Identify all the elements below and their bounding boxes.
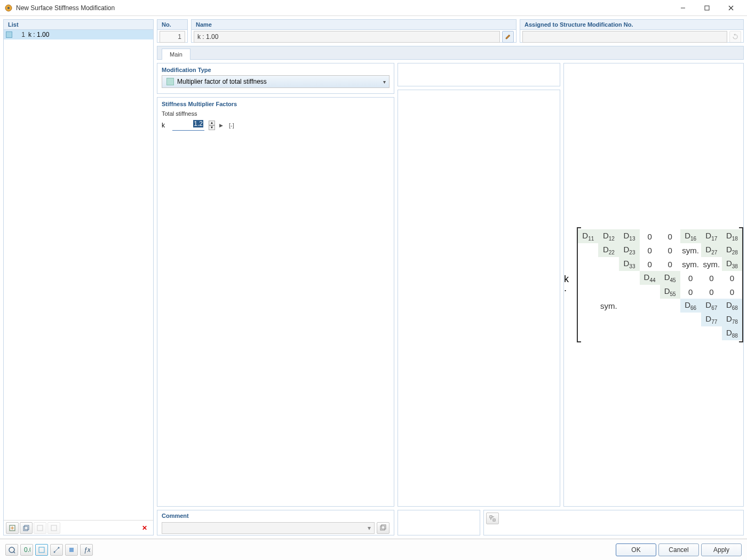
svg-line-23	[54, 548, 59, 552]
window-title: New Surface Stiffness Modification	[16, 4, 671, 12]
svg-rect-13	[380, 526, 385, 530]
k-spinner[interactable]: ▲▼	[209, 121, 215, 130]
comment-combo[interactable]: ▾	[162, 522, 375, 534]
modification-type-box: Modification Type Multiplier factor of t…	[157, 63, 394, 94]
svg-rect-9	[23, 526, 28, 531]
k-play-icon[interactable]: ▶	[219, 123, 225, 128]
modification-type-label: Modification Type	[162, 67, 390, 73]
number-label: No.	[157, 20, 187, 30]
list-item-label: k : 1.00	[28, 31, 49, 38]
list-header: List	[4, 20, 153, 30]
copy-item-button[interactable]	[20, 522, 33, 534]
name-label: Name	[192, 20, 516, 30]
empty-panel-top	[398, 63, 560, 86]
matrix-prefix: k ·	[564, 274, 574, 296]
list-item-marker-icon	[6, 31, 12, 38]
tab-main[interactable]: Main	[162, 49, 190, 60]
svg-point-25	[58, 547, 60, 548]
modification-type-value: Multiplier factor of total stiffness	[177, 78, 267, 85]
maximize-button[interactable]	[695, 0, 719, 16]
new-item-button[interactable]	[6, 522, 19, 534]
k-unit: [-]	[229, 122, 234, 129]
svg-rect-22	[39, 547, 44, 553]
units-button[interactable]: 0.00	[20, 544, 33, 556]
chevron-down-icon: ▾	[383, 79, 386, 85]
apply-button[interactable]: Apply	[701, 543, 742, 556]
svg-rect-11	[37, 525, 43, 531]
comment-label: Comment	[162, 513, 390, 519]
assigned-input[interactable]	[522, 31, 727, 43]
bottom-toolbar: 0.00 ƒx OK Cancel Apply	[0, 539, 747, 560]
comment-box: Comment ▾	[157, 510, 394, 535]
empty-panel-main	[398, 90, 560, 507]
list-item-number: 1	[14, 31, 25, 38]
app-icon	[4, 4, 13, 12]
number-input[interactable]	[160, 31, 185, 43]
comment-library-button[interactable]	[377, 522, 390, 534]
modification-type-combo[interactable]: Multiplier factor of total stiffness ▾	[162, 75, 390, 88]
svg-rect-15	[490, 516, 492, 518]
name-box: Name	[191, 19, 516, 43]
list-toolbar: ✕	[4, 520, 153, 535]
close-button[interactable]	[719, 0, 743, 16]
svg-rect-16	[493, 519, 495, 521]
preview-settings-button[interactable]	[486, 513, 499, 524]
svg-rect-10	[25, 525, 29, 530]
svg-point-1	[7, 7, 10, 9]
help-button[interactable]	[5, 544, 18, 556]
comment-empty-2	[483, 510, 744, 535]
name-input[interactable]	[194, 31, 500, 43]
toolbar-button-3	[34, 522, 46, 534]
toolbar-button-4	[47, 522, 60, 534]
stiffness-factors-box: Stiffness Multiplier Factors Total stiff…	[157, 97, 394, 507]
stiffness-factors-label: Stiffness Multiplier Factors	[162, 101, 390, 107]
k-label: k	[162, 122, 168, 129]
assigned-label: Assigned to Structure Modification No.	[520, 20, 743, 30]
titlebar: New Surface Stiffness Modification	[0, 0, 747, 16]
view-button-1[interactable]	[35, 544, 48, 556]
matrix-preview-panel: k · D11D12D1300D16D17D18D22D2300sym.D27D…	[563, 63, 744, 507]
refresh-assign-button[interactable]	[729, 31, 741, 43]
svg-rect-12	[51, 525, 57, 531]
delete-item-button[interactable]: ✕	[138, 522, 151, 534]
list-item[interactable]: 1 k : 1.00	[4, 30, 153, 39]
script-button[interactable]: ƒx	[80, 544, 93, 556]
tab-strip: Main	[157, 46, 744, 60]
cancel-button[interactable]: Cancel	[658, 543, 699, 556]
svg-line-20	[13, 551, 15, 553]
svg-rect-3	[705, 6, 709, 10]
assigned-box: Assigned to Structure Modification No.	[520, 19, 744, 43]
view-button-2[interactable]	[50, 544, 63, 556]
stiffness-matrix: D11D12D1300D16D17D18D22D2300sym.D27D28D3…	[577, 227, 743, 342]
svg-rect-14	[382, 525, 386, 529]
number-box: No.	[157, 19, 188, 43]
list-area[interactable]: 1 k : 1.00	[4, 30, 153, 520]
svg-text:ƒx: ƒx	[84, 546, 90, 554]
chevron-down-icon: ▾	[368, 524, 371, 532]
view-button-3[interactable]	[65, 544, 78, 556]
comment-empty-1	[398, 510, 480, 535]
edit-name-button[interactable]	[502, 31, 514, 43]
svg-text:0.00: 0.00	[24, 546, 30, 554]
svg-rect-26	[69, 548, 74, 552]
k-input[interactable]: 1.2	[172, 120, 204, 131]
list-panel: List 1 k : 1.00 ✕	[3, 19, 154, 535]
total-stiffness-label: Total stiffness	[162, 110, 390, 117]
minimize-button[interactable]	[671, 0, 695, 16]
svg-point-24	[54, 551, 55, 553]
ok-button[interactable]: OK	[616, 543, 656, 556]
